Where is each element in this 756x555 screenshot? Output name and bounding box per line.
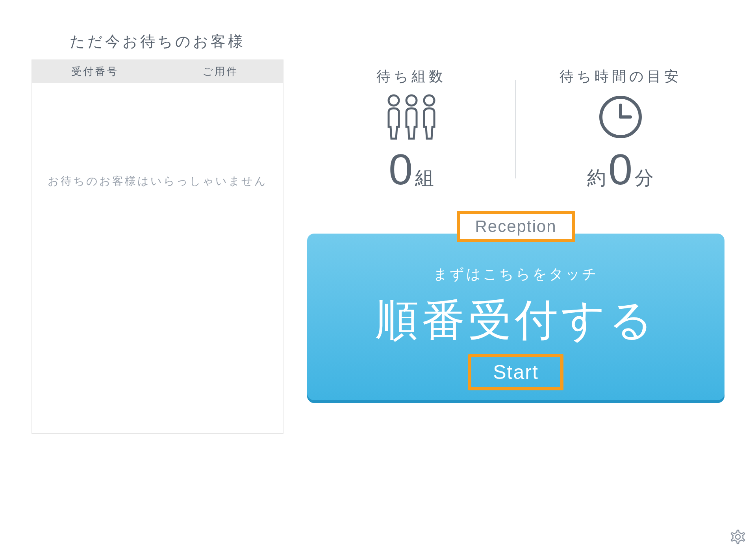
- waiting-list-header: 受付番号 ご用件: [32, 60, 283, 83]
- empty-waiting-message: お待ちのお客様はいらっしゃいません: [48, 174, 267, 189]
- stat-wait-time: 待ち時間の目安 約 0 分: [516, 67, 724, 191]
- stat-wait-time-value: 約 0 分: [587, 148, 654, 191]
- stat-groups-label: 待ち組数: [376, 67, 446, 86]
- stat-wait-time-label: 待ち時間の目安: [560, 67, 682, 86]
- stat-groups-value: 0 組: [389, 148, 434, 191]
- svg-point-1: [406, 95, 417, 106]
- svg-point-6: [736, 535, 740, 539]
- stat-wait-time-prefix: 約: [587, 165, 606, 191]
- waiting-list: 受付番号 ご用件 お待ちのお客様はいらっしゃいません: [32, 59, 284, 434]
- people-icon: [382, 93, 441, 141]
- reception-label: Reception: [457, 211, 574, 242]
- start-main-text: 順番受付する: [375, 291, 656, 350]
- svg-point-0: [389, 95, 399, 106]
- stat-wait-time-number: 0: [608, 148, 632, 191]
- waiting-customers-panel: ただ今お待ちのお客様 受付番号 ご用件 お待ちのお客様はいらっしゃいません: [32, 32, 284, 434]
- settings-button[interactable]: [728, 527, 747, 546]
- start-hint: まずはこちらをタッチ: [433, 265, 598, 284]
- stat-groups: 待ち組数 0 組: [307, 67, 515, 191]
- info-panel: 待ち組数 0 組: [307, 32, 724, 434]
- clock-icon: [597, 93, 644, 141]
- start-english-wrap: Start: [468, 361, 563, 384]
- start-english-label: Start: [468, 354, 563, 390]
- stat-wait-time-unit: 分: [635, 165, 654, 191]
- col-purpose: ご用件: [158, 65, 283, 78]
- stat-groups-number: 0: [389, 148, 413, 191]
- col-receipt-number: 受付番号: [32, 65, 158, 78]
- waiting-list-body: お待ちのお客様はいらっしゃいません: [32, 83, 283, 433]
- waiting-title: ただ今お待ちのお客様: [32, 32, 284, 52]
- svg-point-2: [424, 95, 434, 106]
- stat-groups-unit: 組: [415, 165, 434, 191]
- start-reception-button[interactable]: まずはこちらをタッチ 順番受付する Start: [307, 234, 724, 403]
- gear-icon: [730, 529, 746, 545]
- stats-row: 待ち組数 0 組: [307, 67, 724, 191]
